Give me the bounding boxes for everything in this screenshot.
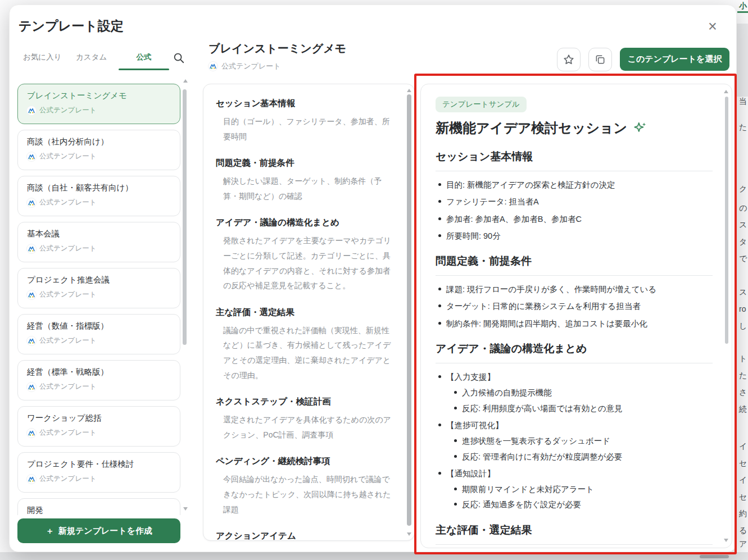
background-text-fragment: イ	[739, 441, 747, 452]
template-item-title: 商談（自社・顧客共有向け）	[27, 183, 171, 193]
template-structure-card: セッション基本情報目的（ゴール）、ファシリテータ、参加者、所要時間問題定義・前提…	[203, 84, 415, 541]
official-template-icon	[27, 336, 36, 345]
sample-sub-bullet: 反応: 管理者向けに有効だが粒度調整が必要	[451, 451, 713, 462]
search-button[interactable]	[170, 50, 187, 67]
sample-sub-bullet: 期限前リマインドと未対応アラート	[451, 484, 713, 495]
background-text-fragment: ト	[739, 354, 747, 364]
template-item-title: 経営（標準・戦略版）	[27, 367, 171, 377]
template-item-subtitle: 公式テンプレート	[27, 382, 171, 391]
official-template-icon	[27, 198, 36, 207]
preview-scrollbar[interactable]	[407, 94, 411, 526]
template-item-subtitle: 公式テンプレート	[27, 474, 171, 484]
template-item-subtitle: 公式テンプレート	[27, 428, 171, 438]
background-text-fragment: さ	[739, 388, 747, 398]
template-list-item[interactable]: 開発公式テンプレート	[17, 498, 180, 515]
structure-section: アイデア・議論の構造化まとめ発散されたアイデアを主要なテーマやカテゴリーごとに分…	[216, 217, 395, 293]
sample-section-heading: アイデア・議論の構造化まとめ	[436, 342, 713, 356]
official-logo-icon	[28, 245, 35, 252]
section-divider	[436, 171, 713, 171]
favorite-button[interactable]	[557, 48, 581, 71]
sidebar-scrollbar[interactable]	[183, 89, 187, 345]
create-template-button[interactable]: ＋ 新規テンプレートを作成	[17, 518, 180, 543]
sample-bullet: 所要時間: 90分	[436, 230, 713, 242]
tab-custom[interactable]: カスタム	[76, 52, 107, 62]
section-divider	[436, 544, 713, 545]
structure-section-desc: 解決したい課題、ターゲット、制約条件（予算・期間など）の確認	[216, 174, 395, 203]
preview-official-row: 公式テンプレート	[208, 61, 281, 71]
structure-section: セッション基本情報目的（ゴール）、ファシリテータ、参加者、所要時間	[216, 98, 395, 144]
select-template-button[interactable]: このテンプレートを選択	[620, 48, 729, 71]
sample-bullet: ファシリテータ: 担当者A	[436, 196, 713, 207]
template-item-subtitle: 公式テンプレート	[27, 336, 171, 345]
copy-icon	[595, 54, 606, 65]
preview-scroll-down-icon[interactable]	[407, 532, 411, 536]
template-list-item[interactable]: 商談（自社・顧客共有向け）公式テンプレート	[17, 176, 180, 216]
sample-sub-bullet: 反応: 利用頻度が高い場面では有効との意見	[451, 403, 713, 414]
plus-icon: ＋	[46, 526, 54, 536]
sparkle-icon	[633, 121, 647, 135]
template-list-item[interactable]: 基本会議公式テンプレート	[17, 222, 180, 262]
structure-section-heading: ペンディング・継続検討事項	[216, 456, 395, 467]
sample-title: 新機能アイデア検討セッション	[436, 119, 713, 137]
background-horizontal-scrollbar[interactable]	[700, 555, 729, 558]
section-divider	[436, 363, 713, 363]
official-template-icon	[27, 152, 36, 161]
close-button[interactable]: ×	[704, 17, 722, 35]
sample-sub-bullet: 入力候補の自動提示機能	[451, 387, 713, 398]
template-list-item[interactable]: 経営（標準・戦略版）公式テンプレート	[17, 360, 180, 400]
template-list-item[interactable]: プロジェクト推進会議公式テンプレート	[17, 268, 180, 308]
template-list: ブレインストーミングメモ公式テンプレート商談（社内分析向け）公式テンプレート商談…	[17, 84, 180, 515]
preview-scroll-up-icon[interactable]	[407, 89, 411, 92]
template-list-item[interactable]: 経営（数値・指標版）公式テンプレート	[17, 314, 180, 354]
sidebar-scroll-down-icon[interactable]	[183, 507, 188, 511]
modal-title: テンプレート設定	[19, 17, 124, 35]
template-item-title: プロジェクト推進会議	[27, 275, 171, 285]
official-template-icon	[27, 290, 36, 299]
template-item-subtitle: 公式テンプレート	[27, 198, 171, 207]
sample-bullet: 【通知設計】期限前リマインドと未対応アラート反応: 通知過多を防ぐ設定が必要	[436, 468, 713, 511]
template-list-item[interactable]: ブレインストーミングメモ公式テンプレート	[17, 84, 180, 124]
tab-official[interactable]: 公式	[119, 52, 169, 62]
official-logo-icon	[28, 107, 35, 114]
structure-section-desc: 発散されたアイデアを主要なテーマやカテゴリーごとに分類して記述。カテゴリーごとに…	[216, 233, 395, 293]
structure-section-heading: アイデア・議論の構造化まとめ	[216, 217, 395, 229]
template-item-title: 開発	[27, 505, 171, 515]
structure-section-desc: 目的（ゴール）、ファシリテータ、参加者、所要時間	[216, 114, 395, 144]
sample-sub-bullet: 反応: 通知過多を防ぐ設定が必要	[451, 499, 713, 510]
sample-badge: テンプレートサンプル	[436, 97, 527, 112]
official-template-icon	[208, 62, 217, 71]
template-item-subtitle: 公式テンプレート	[27, 244, 171, 253]
sample-scrollbar[interactable]	[725, 97, 728, 344]
template-sample-panel: テンプレートサンプル 新機能アイデア検討セッション セッション基本情報目的: 新…	[420, 84, 732, 548]
star-icon	[563, 53, 575, 66]
official-template-icon	[27, 106, 36, 115]
background-text-fragment: セ	[739, 492, 747, 502]
tab-favorites[interactable]: お気に入り	[23, 52, 61, 62]
template-list-item[interactable]: 商談（社内分析向け）公式テンプレート	[17, 130, 180, 170]
search-icon	[173, 52, 185, 64]
sample-section-heading: セッション基本情報	[436, 149, 713, 164]
create-template-label: 新規テンプレートを作成	[58, 526, 152, 536]
sample-sub-bullet: 進捗状態を一覧表示するダッシュボード	[451, 435, 713, 447]
sidebar-scroll-up-icon[interactable]	[183, 79, 188, 83]
structure-section-heading: 主な評価・選定結果	[216, 307, 395, 318]
official-logo-icon	[28, 153, 35, 160]
background-text-fragment: る	[739, 526, 747, 536]
sample-bullet: 【入力支援】入力候補の自動提示機能反応: 利用頻度が高い場面では有効との意見	[436, 371, 713, 414]
background-text-fragment: 約	[739, 509, 747, 519]
template-item-subtitle: 公式テンプレート	[27, 106, 171, 115]
template-list-item[interactable]: プロジェクト要件・仕様検討公式テンプレート	[17, 452, 180, 493]
preview-template-title: ブレインストーミングメモ	[208, 41, 346, 56]
structure-section-heading: セッション基本情報	[216, 98, 395, 110]
background-text-fragment: ク	[739, 184, 747, 194]
sample-scroll-up-icon[interactable]	[724, 90, 728, 93]
structure-section: ペンディング・継続検討事項今回結論が出なかった論点、時間切れで議論できなかったト…	[216, 456, 395, 517]
official-template-label: 公式テンプレート	[221, 61, 281, 71]
duplicate-button[interactable]	[588, 48, 612, 71]
template-item-title: 基本会議	[27, 229, 171, 239]
sample-bullet: 目的: 新機能アイデアの探索と検証方針の決定	[436, 179, 713, 190]
official-logo-icon	[28, 338, 35, 344]
template-list-item[interactable]: ワークショップ総括公式テンプレート	[17, 406, 180, 447]
sample-scroll-down-icon[interactable]	[724, 539, 728, 542]
structure-section: 主な評価・選定結果議論の中で重視された評価軸（実現性、新規性など）に基づき、有力…	[216, 307, 395, 383]
